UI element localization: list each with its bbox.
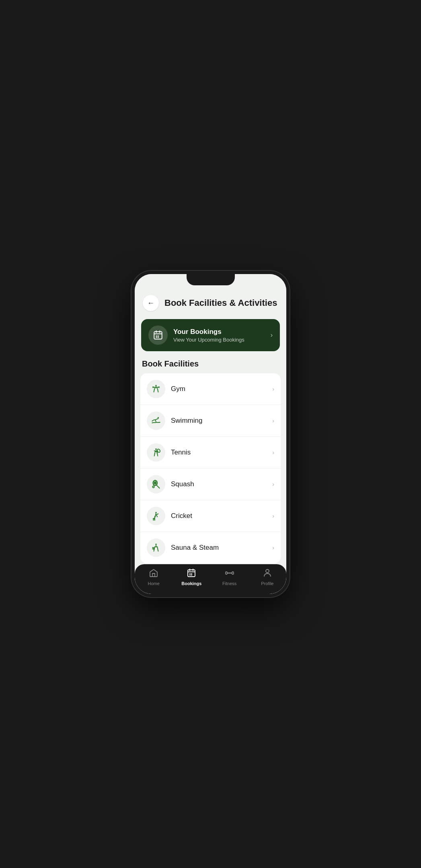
banner-title: Your Bookings	[173, 328, 265, 336]
sauna-icon	[151, 542, 161, 553]
screen: ← Book Facilities & Activities Your	[135, 274, 286, 594]
facilities-item-tennis[interactable]: Tennis ›	[140, 437, 281, 469]
cricket-icon	[151, 511, 161, 521]
home-nav-label: Home	[148, 581, 159, 586]
tennis-chevron-icon: ›	[272, 449, 274, 456]
back-button[interactable]: ←	[143, 295, 159, 311]
swimming-icon-wrap	[147, 411, 165, 430]
svg-point-19	[158, 417, 159, 418]
svg-rect-64	[188, 570, 195, 577]
calendar-icon	[153, 330, 163, 340]
back-arrow-icon: ←	[147, 299, 154, 307]
nav-item-home[interactable]: Home	[135, 568, 173, 586]
squash-icon	[151, 479, 161, 489]
cricket-chevron-icon: ›	[272, 513, 274, 519]
facilities-list: Gym › Swimming ›	[140, 373, 281, 563]
swimming-chevron-icon: ›	[272, 418, 274, 424]
svg-point-36	[152, 486, 154, 487]
bookings-banner[interactable]: Your Bookings View Your Upcoming Booking…	[141, 319, 280, 351]
facilities-item-sauna[interactable]: Sauna & Steam ›	[140, 532, 281, 563]
notch	[187, 274, 235, 285]
sauna-label: Sauna & Steam	[171, 544, 267, 552]
bookings-nav-label: Bookings	[181, 581, 201, 586]
facilities-item-squash[interactable]: Squash ›	[140, 469, 281, 500]
cricket-label: Cricket	[171, 512, 267, 520]
swimming-label: Swimming	[171, 417, 267, 425]
page-title: Book Facilities & Activities	[164, 298, 277, 308]
tennis-icon-wrap	[147, 443, 165, 462]
svg-line-27	[157, 454, 158, 456]
facilities-item-gym[interactable]: Gym ›	[140, 373, 281, 405]
gym-label: Gym	[171, 385, 267, 393]
tennis-label: Tennis	[171, 448, 267, 457]
phone-frame: ← Book Facilities & Activities Your	[131, 271, 290, 597]
bookings-nav-icon	[187, 568, 196, 579]
nav-item-profile[interactable]: Profile	[248, 568, 286, 586]
svg-rect-73	[226, 572, 227, 574]
gym-icon	[151, 384, 161, 394]
svg-rect-7	[158, 337, 159, 338]
svg-point-75	[266, 569, 269, 573]
sauna-icon-wrap	[147, 538, 165, 557]
svg-line-35	[156, 485, 160, 488]
svg-line-53	[158, 549, 158, 551]
profile-nav-icon	[263, 568, 272, 579]
svg-rect-5	[158, 336, 159, 336]
svg-rect-0	[154, 332, 162, 339]
cricket-icon-wrap	[147, 507, 165, 525]
gym-icon-wrap	[147, 380, 165, 398]
svg-rect-4	[156, 336, 157, 336]
fitness-nav-label: Fitness	[222, 581, 236, 586]
svg-line-18	[158, 390, 158, 392]
sauna-chevron-icon: ›	[272, 545, 274, 551]
nav-item-fitness[interactable]: Fitness	[211, 568, 248, 586]
svg-rect-69	[191, 573, 192, 574]
svg-rect-68	[189, 573, 191, 574]
home-nav-icon	[149, 568, 158, 579]
facilities-item-cricket[interactable]: Cricket ›	[140, 500, 281, 532]
svg-rect-70	[189, 575, 191, 575]
squash-chevron-icon: ›	[272, 481, 274, 487]
svg-rect-6	[156, 337, 157, 338]
facilities-item-swimming[interactable]: Swimming ›	[140, 405, 281, 437]
gym-chevron-icon: ›	[272, 386, 274, 392]
profile-nav-label: Profile	[261, 581, 273, 586]
banner-text: Your Bookings View Your Upcoming Booking…	[173, 328, 265, 343]
tennis-icon	[151, 447, 161, 458]
bottom-nav: Home Bookings	[135, 564, 286, 594]
svg-line-17	[154, 390, 154, 392]
squash-label: Squash	[171, 480, 267, 488]
svg-line-29	[157, 452, 158, 453]
svg-line-26	[154, 454, 155, 456]
squash-icon-wrap	[147, 475, 165, 493]
svg-rect-71	[191, 575, 192, 575]
swimming-icon	[151, 416, 161, 426]
header: ← Book Facilities & Activities	[135, 290, 286, 317]
svg-line-41	[156, 515, 157, 517]
fitness-nav-icon	[225, 568, 234, 579]
bookings-banner-icon-wrap	[148, 326, 168, 345]
svg-rect-74	[232, 572, 234, 574]
banner-chevron-icon: ›	[271, 332, 273, 339]
nav-item-bookings[interactable]: Bookings	[173, 568, 210, 586]
facilities-section-title: Book Facilities	[135, 359, 286, 373]
banner-subtitle: View Your Upcoming Bookings	[173, 337, 265, 343]
